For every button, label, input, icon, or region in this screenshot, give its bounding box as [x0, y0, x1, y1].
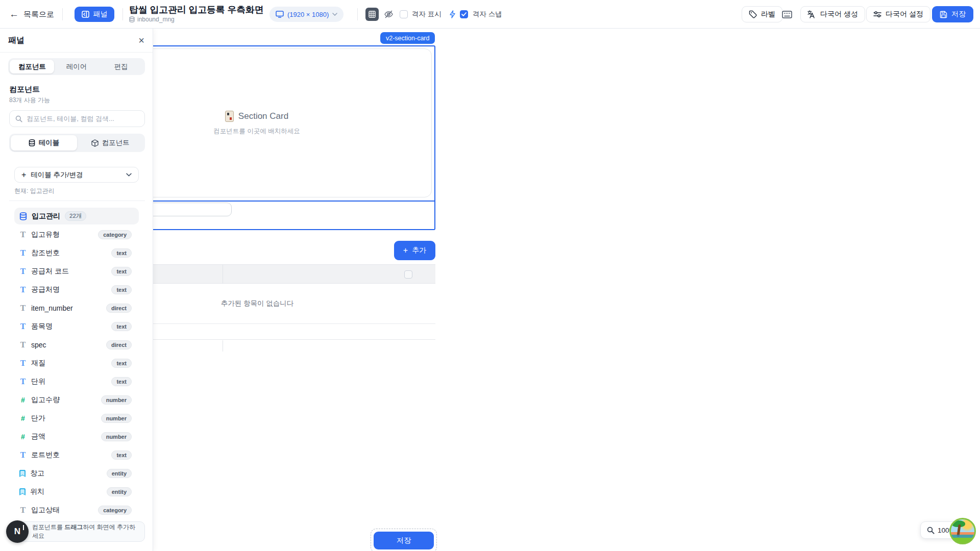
i18n-generate-button[interactable]: 다국어 생성 — [800, 6, 865, 22]
table-name: 입고관리 — [32, 212, 60, 221]
field-type-badge: direct — [106, 340, 132, 349]
field-type-badge: text — [111, 322, 132, 331]
back-button[interactable]: ← — [9, 0, 19, 29]
label-button[interactable]: 라벨 — [742, 6, 782, 22]
checkbox-checked[interactable] — [460, 10, 468, 18]
add-change-table-button[interactable]: + 테이블 추가/변경 — [14, 167, 139, 183]
field-type-badge: text — [111, 450, 132, 460]
toggle-tables[interactable]: 테이블 — [11, 135, 77, 151]
field-row[interactable]: T 재질 text — [14, 354, 139, 372]
divider — [62, 8, 63, 20]
field-name: 공급처 코드 — [31, 267, 69, 276]
field-row[interactable]: # 금액 number — [14, 428, 139, 446]
component-panel: 패널 × 컴포넌트 레이어 편집 컴포넌트 83개 사용 가능 테이블 — [0, 29, 153, 551]
table-id: inbound_mng — [137, 16, 175, 23]
grid-icon — [369, 11, 376, 18]
resolution-value: (980 × 551) — [287, 11, 329, 18]
field-row[interactable]: T 참조번호 text — [14, 244, 139, 262]
field-list: T 입고유형 category T 참조번호 text T 공급처 코드 tex… — [14, 226, 139, 519]
field-type-badge: direct — [106, 304, 132, 313]
back-arrow-icon: ← — [9, 9, 19, 20]
field-row[interactable]: T spec direct — [14, 336, 139, 354]
field-row[interactable]: T item_number direct — [14, 299, 139, 317]
toggle-components[interactable]: 컴포넌트 — [77, 135, 143, 151]
shortcut-keyboard-button[interactable] — [782, 0, 792, 29]
components-section-title: 컴포넌트 — [9, 85, 40, 94]
section-card-hint: 컴포넌트를 이곳에 배치하세요 — [213, 127, 300, 136]
snap-lightning — [449, 0, 456, 29]
current-table-label: 현재: 입고관리 — [14, 187, 55, 195]
field-row[interactable]: 위치 entity — [14, 483, 139, 501]
field-row[interactable]: T 입고상태 category — [14, 501, 139, 519]
field-row[interactable]: T 품목명 text — [14, 317, 139, 336]
playing-card-icon — [225, 111, 234, 122]
field-row[interactable]: T 입고유형 category — [14, 226, 139, 244]
bookmark-entity-icon — [19, 470, 26, 477]
collaborator-cursor: N — [6, 520, 29, 543]
grid-show-checkbox[interactable] — [400, 0, 408, 29]
field-type-icon: # — [19, 433, 27, 441]
field-name: 공급처명 — [31, 285, 60, 294]
field-type-badge: text — [111, 285, 132, 294]
field-type-badge: text — [111, 359, 132, 368]
resolution-selector[interactable]: (980 × 551) — [270, 7, 344, 22]
panel-toggle-button[interactable]: 패널 — [75, 7, 114, 22]
plus-icon: + — [403, 246, 408, 255]
panel-left-icon — [82, 11, 89, 18]
database-icon — [19, 212, 27, 220]
top-toolbar: ← 목록으로 패널 탑씰 입고관리 입고등록 우측화면 inbound_mng — [0, 0, 980, 29]
back-to-list-link[interactable]: 목록으로 — [23, 0, 54, 29]
components-count: 83개 사용 가능 — [9, 96, 50, 105]
visibility-toggle[interactable] — [384, 0, 394, 29]
grid-snap-label: 격자 스냅 — [473, 10, 502, 19]
field-type-badge: category — [98, 230, 132, 239]
cursor-caret — [23, 525, 24, 530]
field-row[interactable]: T 로트번호 text — [14, 446, 139, 464]
checkbox-unchecked[interactable] — [400, 10, 408, 18]
close-icon[interactable]: × — [138, 35, 144, 45]
field-type-icon: T — [19, 249, 27, 257]
island-extension-icon[interactable] — [949, 518, 976, 544]
grid-button[interactable] — [365, 8, 379, 21]
monitor-icon — [276, 11, 284, 18]
field-name: 단가 — [31, 414, 45, 423]
add-row-button[interactable]: + 추가 — [394, 241, 435, 260]
field-row[interactable]: 창고 entity — [14, 464, 139, 483]
field-type-badge: number — [101, 395, 132, 405]
grid-snap-checkbox[interactable] — [460, 0, 468, 29]
chevron-down-icon — [126, 173, 132, 177]
search-box[interactable] — [9, 110, 145, 127]
i18n-settings-button[interactable]: 다국어 설정 — [866, 6, 930, 22]
tab-components[interactable]: 컴포넌트 — [10, 60, 54, 73]
field-name: 품목명 — [31, 322, 53, 331]
field-row[interactable]: # 입고수량 number — [14, 391, 139, 409]
column-divider — [223, 265, 223, 284]
canvas-save-button[interactable]: 저장 — [374, 532, 434, 549]
field-name: 재질 — [31, 359, 45, 368]
field-name: 금액 — [31, 432, 45, 441]
field-row[interactable]: # 단가 number — [14, 409, 139, 428]
field-type-icon: T — [19, 322, 27, 331]
grid-show-label: 격자 표시 — [412, 10, 442, 19]
field-row[interactable]: T 단위 text — [14, 372, 139, 391]
field-type-badge: entity — [107, 487, 132, 496]
box-icon — [91, 139, 99, 147]
tab-layers[interactable]: 레이어 — [54, 60, 99, 73]
select-all-checkbox[interactable] — [404, 270, 412, 279]
save-button[interactable]: 저장 — [932, 6, 973, 22]
selected-component-tag: v2-section-card — [380, 32, 435, 44]
tab-edit[interactable]: 편집 — [99, 60, 143, 73]
page-title: 탑씰 입고관리 입고등록 우측화면 — [129, 4, 264, 16]
field-type-icon: T — [19, 231, 27, 239]
search-icon — [15, 115, 22, 122]
search-input[interactable] — [27, 115, 139, 122]
table-item-inbound[interactable]: 입고관리 22개 — [14, 208, 139, 224]
database-icon — [29, 139, 35, 146]
field-row[interactable]: T 공급처명 text — [14, 281, 139, 299]
field-row[interactable]: T 공급처 코드 text — [14, 262, 139, 281]
field-name: 로트번호 — [31, 450, 60, 460]
field-type-icon: T — [19, 286, 27, 294]
field-type-icon: T — [19, 267, 27, 276]
field-type-icon: T — [19, 451, 27, 459]
plus-icon: + — [21, 170, 26, 180]
